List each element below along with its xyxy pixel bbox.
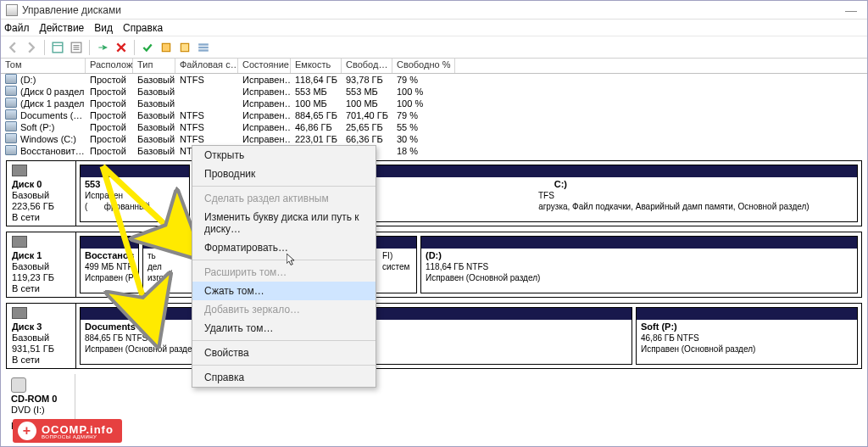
volume-cell: 66,36 ГБ [342, 133, 392, 145]
new-volume-button[interactable] [158, 39, 175, 56]
volume-cell: 100 % [392, 86, 455, 98]
refresh-button[interactable] [94, 39, 111, 56]
menu-explorer[interactable]: Проводник [192, 165, 376, 183]
partition[interactable]: 553 Исправен ( фрованный [80, 165, 190, 222]
volume-row[interactable]: Soft (P:)ПростойБазовыйNTFSИсправен…46,8… [1, 121, 867, 133]
col-volume[interactable]: Том [1, 59, 86, 73]
disk-row[interactable]: Диск 3 Базовый 931,51 ГБ В сети Document… [6, 303, 862, 369]
disk-header: Диск 0 Базовый 223,56 ГБ В сети [7, 161, 76, 226]
volume-cell: NTFS [175, 121, 238, 133]
svg-rect-6 [162, 43, 170, 51]
volume-cell: 18 % [392, 145, 455, 155]
volume-cell: 100 МБ [342, 98, 392, 109]
volume-cell: Простой [86, 86, 133, 98]
properties-button[interactable] [68, 39, 85, 56]
svg-rect-8 [198, 43, 209, 45]
minimize-button[interactable]: — [840, 1, 862, 20]
partition[interactable]: ть дел изгото [142, 236, 193, 293]
menu-format[interactable]: Форматировать… [192, 238, 376, 257]
disk-type: Базовый [12, 190, 70, 200]
volume-cell [175, 86, 238, 98]
disk-title: Диск 3 [12, 321, 70, 332]
col-capacity[interactable]: Емкость [291, 59, 342, 73]
col-freepct[interactable]: Свободно % [392, 59, 455, 73]
col-type[interactable]: Тип [133, 59, 175, 73]
volume-cell: 30 % [392, 133, 455, 145]
disk-header: Диск 3 Базовый 931,51 ГБ В сети [7, 304, 76, 368]
menu-view[interactable]: Вид [94, 20, 113, 36]
disk-size: 119,23 ГБ [12, 272, 70, 282]
disk-row[interactable]: Диск 1 Базовый 119,23 ГБ В сети Восстано… [6, 232, 862, 298]
volume-cell: Простой [86, 133, 133, 145]
check-button[interactable] [139, 39, 156, 56]
col-free[interactable]: Свобод… [342, 59, 392, 73]
menu-extend: Расширить том… [192, 263, 376, 282]
disk-status: В сети [12, 355, 70, 365]
back-button [4, 39, 21, 56]
volume-row[interactable]: (D:)ПростойБазовыйNTFSИсправен…118,64 ГБ… [1, 74, 867, 86]
menu-shrink[interactable]: Сжать том… [192, 282, 376, 300]
disk-graphic-area: Диск 0 Базовый 223,56 ГБ В сети 553 Испр… [1, 155, 867, 439]
menu-file[interactable]: Файл [4, 20, 30, 36]
volume-list[interactable]: (D:)ПростойБазовыйNTFSИсправен…118,64 ГБ… [1, 74, 867, 155]
volume-cell: Простой [86, 109, 133, 121]
disk-status: В сети [12, 212, 70, 222]
volume-cell: Исправен… [238, 86, 291, 98]
volume-icon [5, 121, 17, 131]
volume-cell: 55 % [392, 121, 455, 133]
menu-properties[interactable]: Свойства [192, 344, 376, 362]
partition[interactable]: (D:) 118,64 ГБ NTFS Исправен (Основной р… [420, 236, 858, 293]
volume-cell: Простой [86, 74, 133, 86]
disk-size: 223,56 ГБ [12, 201, 70, 211]
volume-cell: 79 % [392, 74, 455, 86]
col-status[interactable]: Состояние [238, 59, 291, 73]
partition[interactable]: Soft (P:) 46,86 ГБ NTFS Исправен (Основн… [636, 307, 858, 365]
menu-separator [192, 260, 376, 260]
volume-row[interactable]: Восстановит…ПростойБазовыйNTFSИсправен…4… [1, 145, 867, 155]
titlebar[interactable]: Управление дисками — [1, 1, 867, 20]
help-button[interactable] [176, 39, 193, 56]
menu-open[interactable]: Открыть [192, 146, 376, 165]
volume-row[interactable]: (Диск 0 раздел 1)ПростойБазовыйИсправен…… [1, 86, 867, 98]
volume-icon [5, 74, 17, 84]
volume-cell: Исправен… [238, 109, 291, 121]
volume-cell: Базовый [133, 74, 175, 86]
col-layout[interactable]: Располож… [86, 59, 133, 73]
volume-cell: 223,01 ГБ [291, 133, 342, 145]
volume-cell: Базовый [133, 98, 175, 109]
partition[interactable]: Восстанов 499 МБ NTF Исправен (Р [80, 236, 139, 293]
volume-row[interactable]: (Диск 1 раздел 2)ПростойБазовыйИсправен…… [1, 98, 867, 109]
show-button[interactable] [49, 39, 66, 56]
volume-cell: (Диск 1 раздел 2) [1, 98, 86, 109]
volume-cell: 100 % [392, 98, 455, 109]
menu-action[interactable]: Действие [40, 20, 85, 36]
volume-cell: Простой [86, 121, 133, 133]
volume-cell: 118,64 ГБ [291, 74, 342, 86]
context-menu: Открыть Проводник Сделать раздел активны… [192, 145, 376, 388]
disk-row[interactable]: CD-ROM 0 DVD (I:) Нет носителя [6, 374, 862, 434]
volume-cell: (D:) [1, 74, 86, 86]
col-fs[interactable]: Файловая с… [175, 59, 238, 73]
list-button[interactable] [195, 39, 212, 56]
menu-delete[interactable]: Удалить том… [192, 319, 376, 338]
volume-cell: 553 МБ [291, 86, 342, 98]
volume-icon [5, 109, 17, 120]
volume-cell: 100 МБ [291, 98, 342, 109]
delete-button[interactable] [113, 39, 130, 56]
disk-title: Диск 1 [12, 250, 70, 260]
volume-row[interactable]: Documents (…ПростойБазовыйNTFSИсправен…8… [1, 109, 867, 121]
volume-cell: Исправен… [238, 133, 291, 145]
menu-help[interactable]: Справка [192, 368, 376, 387]
volume-row[interactable]: Windows (C:)ПростойБазовыйNTFSИсправен…2… [1, 133, 867, 145]
volume-icon [5, 86, 17, 96]
volume-cell: Исправен… [238, 121, 291, 133]
toolbar [1, 36, 867, 59]
volume-icon [5, 133, 17, 143]
watermark: + OCOMP.info ВОПРОСЫ АДМИНУ [13, 419, 122, 443]
volume-cell: 93,78 ГБ [342, 74, 392, 86]
volume-cell: Documents (… [1, 109, 86, 121]
menu-help[interactable]: Справка [123, 20, 163, 36]
disk-row[interactable]: Диск 0 Базовый 223,56 ГБ В сети 553 Испр… [6, 160, 862, 226]
svg-rect-9 [198, 46, 209, 47]
menu-change-letter[interactable]: Изменить букву диска или путь к диску… [192, 208, 376, 238]
